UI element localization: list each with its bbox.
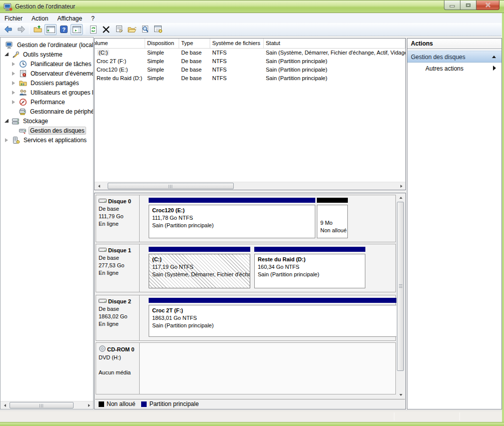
show-console-tree-icon bbox=[47, 26, 55, 33]
customize-button[interactable] bbox=[152, 24, 164, 35]
minimize-button[interactable] bbox=[444, 1, 460, 10]
scroll-down-arrow[interactable] bbox=[396, 391, 405, 398]
tree-item-services-applications[interactable]: Services et applications bbox=[1, 135, 93, 145]
partition-primary-bar bbox=[149, 298, 397, 303]
expander-icon[interactable] bbox=[5, 53, 9, 56]
expander-icon[interactable] bbox=[12, 72, 16, 76]
scroll-right-arrow[interactable] bbox=[397, 183, 405, 190]
tree-item-label: Planificateur de tâches bbox=[29, 60, 93, 68]
scroll-left-arrow[interactable] bbox=[1, 402, 9, 409]
delete-button[interactable] bbox=[100, 24, 112, 35]
tree-item-planificateur[interactable]: Planificateur de tâches bbox=[1, 59, 93, 69]
column-header-type[interactable]: Type bbox=[179, 39, 210, 48]
volume-row-croc2t[interactable]: Croc 2T (F:) Simple De base NTFS Sain (P… bbox=[95, 57, 405, 66]
partition-size: 111,78 Go NTFS bbox=[152, 214, 314, 222]
tree-item-label: Stockage bbox=[22, 117, 50, 125]
title-bar[interactable]: Gestion de l'ordinateur bbox=[0, 0, 504, 13]
volume-row-c[interactable]: (C:) Simple De base NTFS Sain (Système, … bbox=[95, 49, 405, 57]
restore-button[interactable] bbox=[460, 1, 476, 10]
partition-croc-2t-f[interactable]: Croc 2T (F:) 1863,01 Go NTFS Sain (Parti… bbox=[149, 298, 397, 337]
cdrom-header-cell[interactable]: CD-ROM 0 DVD (H:) Aucun média bbox=[96, 343, 140, 394]
tree-item-utilisateurs-groupes[interactable]: Utilisateurs et groupes locaux bbox=[1, 88, 93, 97]
services-icon bbox=[12, 136, 21, 144]
help-icon: ? bbox=[60, 26, 68, 33]
column-header-statut[interactable]: Statut bbox=[264, 39, 405, 48]
tree-item-dossiers-partages[interactable]: Dossiers partagés bbox=[1, 78, 93, 88]
disk-size: 1863,02 Go bbox=[99, 313, 139, 320]
partition-reste-du-raid-d[interactable]: Reste du Raid (D:) 160,34 Go NTFS Sain (… bbox=[254, 247, 365, 288]
tree-item-label: Dossiers partagés bbox=[29, 79, 81, 87]
forward-button[interactable] bbox=[15, 24, 27, 35]
column-header-systeme-fichiers[interactable]: Système de fichiers bbox=[210, 39, 264, 48]
show-action-pane-button[interactable] bbox=[71, 24, 83, 35]
column-header-disposition[interactable]: Disposition bbox=[145, 39, 179, 48]
scroll-up-arrow[interactable] bbox=[396, 194, 405, 201]
scrollbar-thumb[interactable] bbox=[10, 402, 74, 408]
expander-icon[interactable] bbox=[5, 138, 9, 142]
cdrom-type: DVD (H:) bbox=[99, 354, 139, 361]
disk-1-header-cell[interactable]: Disque 1 De base 277,53 Go En ligne bbox=[96, 244, 140, 292]
refresh-button[interactable] bbox=[87, 24, 99, 35]
tree-item-gestion-ordinateur[interactable]: Gestion de l'ordinateur (local) bbox=[1, 40, 93, 50]
cdrom-media: Aucun média bbox=[99, 369, 139, 376]
actions-panel: Actions Gestion des disques Autres actio… bbox=[407, 38, 502, 409]
show-console-tree-button[interactable] bbox=[45, 24, 57, 35]
unallocated-block[interactable]: 9 Mo Non alloué bbox=[317, 198, 348, 238]
disk-graphical-pane: Disque 0 De base 111,79 Go En ligne Croc… bbox=[94, 193, 406, 409]
tree-item-gestionnaire-peripheriques[interactable]: Gestionnaire de périphériques bbox=[1, 107, 93, 116]
partition-name: (C:) bbox=[152, 256, 249, 263]
computer-icon bbox=[6, 41, 14, 49]
partition-croc120-e[interactable]: Croc120 (E:) 111,78 Go NTFS Sain (Partit… bbox=[149, 198, 315, 238]
scroll-right-arrow[interactable] bbox=[85, 402, 93, 409]
volume-row-reste-du-raid[interactable]: Reste du Raid (D:) Simple De base NTFS S… bbox=[95, 74, 405, 83]
menu-affichage[interactable]: Affichage bbox=[53, 14, 87, 23]
expander-icon[interactable] bbox=[5, 119, 9, 123]
autres-actions-item[interactable]: Autres actions bbox=[407, 63, 501, 74]
expander-icon[interactable] bbox=[12, 91, 16, 95]
expander-icon[interactable] bbox=[12, 62, 16, 66]
volume-row-croc120[interactable]: Croc120 (E:) Simple De base NTFS Sain (P… bbox=[95, 66, 405, 74]
unallocated-bar bbox=[317, 198, 348, 203]
scroll-left-arrow[interactable] bbox=[95, 183, 103, 190]
actions-group-gestion-des-disques[interactable]: Gestion des disques bbox=[407, 51, 501, 63]
help-button[interactable]: ? bbox=[58, 24, 70, 35]
disk-2-header-cell[interactable]: Disque 2 De base 1863,02 Go En ligne bbox=[96, 295, 140, 340]
customize-icon bbox=[154, 26, 163, 33]
expander-icon[interactable] bbox=[12, 100, 16, 104]
console-tree: Gestion de l'ordinateur (local) Outils s… bbox=[1, 38, 93, 145]
menu-aide[interactable]: ? bbox=[87, 14, 99, 23]
partition-name: Croc 2T (F:) bbox=[152, 307, 395, 314]
back-button[interactable] bbox=[2, 24, 14, 35]
column-header-volume[interactable]: Volume bbox=[95, 39, 145, 48]
menu-action[interactable]: Action bbox=[27, 14, 53, 23]
window-controls bbox=[444, 1, 499, 10]
tree-item-label: Gestionnaire de périphériques bbox=[29, 108, 94, 116]
tree-item-stockage[interactable]: Stockage bbox=[1, 116, 93, 126]
close-button[interactable] bbox=[476, 1, 499, 10]
list-horizontal-scrollbar[interactable] bbox=[95, 182, 405, 190]
export-list-button[interactable] bbox=[32, 24, 44, 35]
submenu-arrow-icon bbox=[493, 66, 496, 71]
scrollbar-thumb[interactable] bbox=[108, 183, 234, 189]
menu-fichier[interactable]: Fichier bbox=[0, 14, 27, 23]
disk-type: De base bbox=[99, 254, 139, 262]
tree-item-gestion-des-disques[interactable]: Gestion des disques bbox=[1, 126, 93, 135]
disk-pane-vertical-scrollbar[interactable] bbox=[396, 194, 405, 398]
tree-item-outils-systeme[interactable]: Outils système bbox=[1, 50, 93, 59]
tree-item-observateur[interactable]: Observateur d'événements bbox=[1, 69, 93, 78]
tree-horizontal-scrollbar[interactable] bbox=[1, 401, 93, 409]
collapse-arrow-icon[interactable] bbox=[492, 56, 496, 58]
cd-rom-icon bbox=[99, 345, 107, 354]
find-button[interactable] bbox=[139, 24, 151, 35]
disk-row-cdrom-0: CD-ROM 0 DVD (H:) Aucun média bbox=[96, 342, 396, 394]
toolbar: ? bbox=[0, 23, 501, 36]
tree-item-performance[interactable]: Performance bbox=[1, 97, 93, 107]
partition-status: Sain (Partition principale) bbox=[152, 222, 314, 229]
expander-icon[interactable] bbox=[12, 81, 16, 85]
window-right-border bbox=[502, 13, 504, 422]
disk-0-header-cell[interactable]: Disque 0 De base 111,79 Go En ligne bbox=[96, 195, 140, 242]
partition-c-selected[interactable]: (C:) 117,19 Go NTFS Sain (Système, Démar… bbox=[149, 247, 250, 288]
open-button[interactable] bbox=[126, 24, 138, 35]
properties-button[interactable] bbox=[113, 24, 125, 35]
scrollbar-thumb[interactable] bbox=[397, 202, 404, 371]
